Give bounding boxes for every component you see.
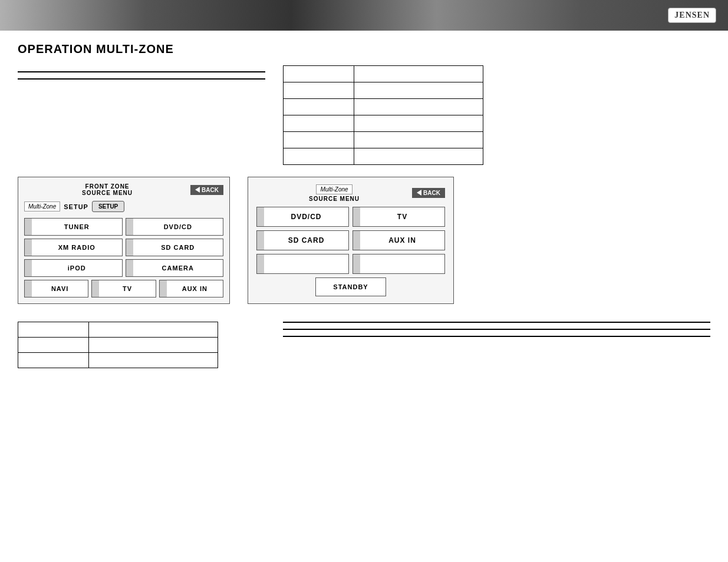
bottom-left-col [18,316,265,368]
btn-indent [126,260,133,276]
table-row [284,148,483,165]
multizone-badge: Multi-Zone [24,201,60,211]
table-cell [284,132,354,148]
bottom-divider-2 [283,329,710,330]
btn-indent [25,280,32,297]
bottom-table [18,322,218,368]
divider-2 [18,78,265,80]
mz-title-area: Multi-Zone SOURCE MENU [256,183,412,202]
zone-title: FRONT ZONE SOURCE MENU [24,183,190,196]
table-cell [284,66,354,82]
btn-indent [257,231,264,250]
table-row [284,66,483,82]
table-cell [284,148,354,165]
btn-indent [92,280,99,297]
table-cell [18,322,89,338]
table-row [284,82,483,99]
btn-indent [257,207,264,226]
multizone-source-box: Multi-Zone SOURCE MENU BACK DVD/CD TV [248,177,454,304]
table-cell [89,353,218,368]
btn-indent [25,219,32,235]
btn-indent [353,207,360,226]
mz-badge: Multi-Zone [316,184,352,194]
bottom-section [18,316,710,368]
back-arrow-icon [195,187,200,193]
bottom-divider-1 [283,322,710,323]
mz-dvdcd-button[interactable]: DVD/CD [256,207,349,227]
mz-empty-btn-1 [256,254,349,274]
btn-indent [257,254,264,273]
mz-header: Multi-Zone SOURCE MENU BACK [256,183,445,202]
navi-button[interactable]: NAVI [24,280,88,297]
bottom-divider-3 [283,336,710,337]
table-cell [89,338,218,353]
zone-box-header: FRONT ZONE SOURCE MENU BACK [24,183,223,196]
table-cell [284,99,354,115]
table-cell [354,132,483,148]
front-zone-back-button[interactable]: BACK [190,185,223,195]
setup-button[interactable]: SETUP [92,201,124,212]
bottom-sources-row: NAVI TV AUX IN [24,280,223,297]
header-bar: JENSEN [0,0,728,31]
tv-button[interactable]: TV [91,280,156,297]
table-row [18,338,218,353]
table-cell [18,353,89,368]
xmradio-button[interactable]: XM RADIO [24,239,123,256]
table-cell [354,82,483,99]
btn-indent [126,219,133,235]
mz-sdcard-button[interactable]: SD CARD [256,230,349,250]
back-arrow-icon [417,190,421,196]
btn-indent [160,280,167,297]
top-right-col [283,65,710,165]
page-title: OPERATION MULTI-ZONE [18,42,710,56]
table-cell [354,148,483,165]
btn-indent [25,260,32,276]
table-row [284,99,483,115]
table-cell [284,115,354,132]
mz-auxin-button[interactable]: AUX IN [353,230,445,250]
btn-indent [353,231,360,250]
tuner-button[interactable]: TUNER [24,218,123,236]
auxin-button[interactable]: AUX IN [159,280,223,297]
table-row [284,115,483,132]
btn-indent [126,239,133,256]
page-content: OPERATION MULTI-ZONE [0,31,728,380]
setup-text: SETUP [64,203,88,210]
mz-standby-button[interactable]: STANDBY [315,277,386,296]
btn-indent [25,239,32,256]
table-cell [354,66,483,82]
jensen-logo: JENSEN [668,8,716,23]
dvdcd-button[interactable]: DVD/CD [126,218,224,236]
bottom-right-col [283,316,710,368]
zone-subheader: Multi-Zone SETUP SETUP [24,201,223,212]
sdcard-button[interactable]: SD CARD [126,239,224,256]
mz-empty-btn-2 [353,254,445,274]
front-zone-box: FRONT ZONE SOURCE MENU BACK Multi-Zone S… [18,177,230,304]
table-cell [354,99,483,115]
ipod-button[interactable]: iPOD [24,259,123,277]
table-row [284,132,483,148]
divider-1 [18,71,265,72]
table-cell [18,338,89,353]
top-left-col [18,65,265,165]
front-zone-source-grid: TUNER DVD/CD XM RADIO SD CARD iPOD [24,218,223,277]
mz-back-button[interactable]: BACK [412,188,445,198]
table-row [18,353,218,368]
top-table [283,65,483,165]
table-cell [354,115,483,132]
mz-source-menu-label: SOURCE MENU [256,196,412,202]
camera-button[interactable]: CAMERA [126,259,224,277]
mz-tv-button[interactable]: TV [353,207,445,227]
btn-indent [353,254,360,273]
table-cell [89,322,218,338]
table-cell [284,82,354,99]
top-section [18,65,710,165]
mz-standby-row: STANDBY [256,277,445,296]
table-row [18,322,218,338]
diagrams-row: FRONT ZONE SOURCE MENU BACK Multi-Zone S… [18,177,710,304]
mz-source-grid: DVD/CD TV SD CARD AUX IN [256,207,445,274]
